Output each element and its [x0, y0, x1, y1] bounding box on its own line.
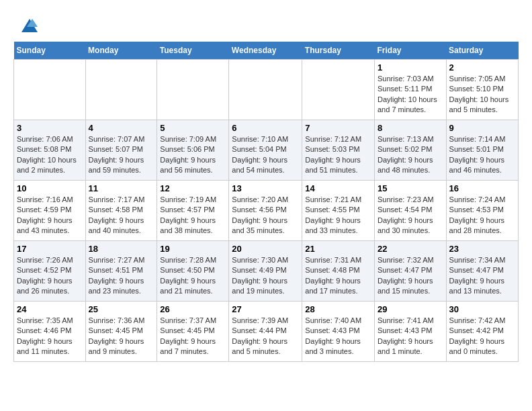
day-number: 11 [89, 183, 154, 193]
day-info-line: Sunrise: 7:35 AM [17, 316, 73, 324]
day-number: 21 [305, 244, 371, 254]
day-info-line: Sunset: 4:50 PM [160, 266, 214, 274]
day-number: 1 [378, 62, 443, 73]
day-info-line: Sunrise: 7:28 AM [160, 256, 216, 264]
day-info: Sunrise: 7:30 AMSunset: 4:49 PMDaylight:… [232, 255, 299, 297]
day-info-line: Sunset: 5:10 PM [449, 85, 504, 93]
day-number: 20 [232, 244, 299, 254]
day-info-line: Sunset: 4:56 PM [232, 205, 286, 214]
calendar-cell: 16Sunrise: 7:24 AMSunset: 4:53 PMDayligh… [446, 181, 518, 241]
day-number: 7 [305, 123, 371, 133]
day-info-line: Daylight: 9 hours and 11 minutes. [17, 337, 73, 355]
day-info: Sunrise: 7:07 AMSunset: 5:07 PMDaylight:… [89, 134, 154, 176]
day-number: 18 [89, 244, 154, 254]
day-info-line: Sunrise: 7:16 AM [17, 195, 73, 203]
day-info-line: Daylight: 9 hours and 30 minutes. [378, 216, 433, 234]
day-info: Sunrise: 7:10 AMSunset: 5:04 PMDaylight:… [232, 134, 299, 176]
day-info-line: Daylight: 9 hours and 15 minutes. [378, 277, 433, 295]
day-info-line: Daylight: 9 hours and 56 minutes. [160, 156, 216, 174]
day-info-line: Sunrise: 7:27 AM [89, 256, 145, 264]
calendar-cell: 20Sunrise: 7:30 AMSunset: 4:49 PMDayligh… [229, 241, 302, 302]
day-info: Sunrise: 7:27 AMSunset: 4:51 PMDaylight:… [89, 255, 154, 297]
calendar-cell: 29Sunrise: 7:41 AMSunset: 4:43 PMDayligh… [374, 302, 446, 362]
day-number: 25 [89, 304, 154, 314]
calendar-cell [157, 60, 229, 120]
day-number: 19 [160, 244, 226, 254]
day-info-line: Daylight: 9 hours and 5 minutes. [232, 337, 287, 355]
day-info: Sunrise: 7:41 AMSunset: 4:43 PMDaylight:… [378, 316, 443, 357]
day-info-line: Sunrise: 7:34 AM [449, 256, 506, 264]
logo [13, 13, 38, 35]
day-info-line: Sunset: 4:49 PM [232, 266, 286, 274]
page-header [13, 13, 519, 35]
day-info-line: Sunset: 4:57 PM [160, 205, 214, 214]
calendar-cell: 10Sunrise: 7:16 AMSunset: 4:59 PMDayligh… [14, 181, 86, 241]
day-info-line: Daylight: 9 hours and 48 minutes. [378, 156, 433, 174]
calendar-cell [229, 60, 302, 120]
weekday-header-sunday: Sunday [14, 42, 86, 60]
day-number: 8 [378, 123, 443, 133]
calendar-cell: 6Sunrise: 7:10 AMSunset: 5:04 PMDaylight… [229, 120, 302, 181]
calendar-cell: 22Sunrise: 7:32 AMSunset: 4:47 PMDayligh… [374, 241, 446, 302]
day-info-line: Sunrise: 7:14 AM [449, 135, 506, 143]
day-info-line: Sunset: 4:59 PM [17, 205, 71, 214]
day-info-line: Sunset: 4:55 PM [305, 205, 359, 214]
day-number: 6 [232, 123, 299, 133]
day-info-line: Sunset: 4:43 PM [305, 326, 359, 334]
day-info-line: Daylight: 9 hours and 40 minutes. [89, 216, 144, 234]
day-info: Sunrise: 7:12 AMSunset: 5:03 PMDaylight:… [305, 134, 371, 176]
calendar-cell: 30Sunrise: 7:42 AMSunset: 4:42 PMDayligh… [446, 302, 518, 362]
day-info-line: Sunset: 4:51 PM [89, 266, 143, 274]
day-info-line: Sunrise: 7:12 AM [305, 135, 361, 143]
day-number: 28 [305, 304, 371, 314]
weekday-header-saturday: Saturday [446, 42, 518, 60]
calendar-cell: 15Sunrise: 7:23 AMSunset: 4:54 PMDayligh… [374, 181, 446, 241]
day-info-line: Sunrise: 7:19 AM [160, 195, 216, 203]
calendar-cell: 8Sunrise: 7:13 AMSunset: 5:02 PMDaylight… [374, 120, 446, 181]
day-info: Sunrise: 7:31 AMSunset: 4:48 PMDaylight:… [305, 255, 371, 297]
day-info-line: Daylight: 9 hours and 26 minutes. [17, 277, 73, 295]
calendar-cell: 14Sunrise: 7:21 AMSunset: 4:55 PMDayligh… [302, 181, 375, 241]
day-info-line: Sunset: 5:03 PM [305, 145, 359, 153]
day-info: Sunrise: 7:28 AMSunset: 4:50 PMDaylight:… [160, 255, 226, 297]
day-info: Sunrise: 7:32 AMSunset: 4:47 PMDaylight:… [378, 255, 443, 297]
day-info-line: Sunset: 5:11 PM [378, 85, 432, 93]
day-number: 14 [305, 183, 371, 193]
day-info: Sunrise: 7:09 AMSunset: 5:06 PMDaylight:… [160, 134, 226, 176]
day-info-line: Sunset: 4:47 PM [449, 266, 504, 274]
calendar-cell [85, 60, 157, 120]
weekday-header-monday: Monday [85, 42, 157, 60]
day-number: 29 [378, 304, 443, 314]
day-number: 2 [449, 62, 515, 73]
calendar-cell: 25Sunrise: 7:36 AMSunset: 4:45 PMDayligh… [85, 302, 157, 362]
day-info: Sunrise: 7:26 AMSunset: 4:52 PMDaylight:… [17, 255, 83, 297]
day-info-line: Sunset: 4:43 PM [378, 326, 432, 334]
calendar-cell: 18Sunrise: 7:27 AMSunset: 4:51 PMDayligh… [85, 241, 157, 302]
day-info-line: Daylight: 9 hours and 19 minutes. [232, 277, 287, 295]
day-info: Sunrise: 7:03 AMSunset: 5:11 PMDaylight:… [378, 74, 443, 116]
calendar-cell: 17Sunrise: 7:26 AMSunset: 4:52 PMDayligh… [14, 241, 86, 302]
day-number: 10 [17, 183, 83, 193]
day-info-line: Sunrise: 7:24 AM [449, 195, 506, 203]
day-info-line: Daylight: 9 hours and 59 minutes. [89, 156, 144, 174]
day-info: Sunrise: 7:06 AMSunset: 5:08 PMDaylight:… [17, 134, 83, 176]
day-info-line: Daylight: 10 hours and 7 minutes. [378, 95, 437, 113]
day-info-line: Sunset: 4:47 PM [378, 266, 432, 274]
day-info-line: Sunset: 4:45 PM [160, 326, 214, 334]
calendar-cell: 12Sunrise: 7:19 AMSunset: 4:57 PMDayligh… [157, 181, 229, 241]
day-info-line: Daylight: 9 hours and 0 minutes. [449, 337, 505, 355]
day-info: Sunrise: 7:16 AMSunset: 4:59 PMDaylight:… [17, 195, 83, 236]
day-info-line: Sunrise: 7:07 AM [89, 135, 145, 143]
day-info-line: Sunset: 5:04 PM [232, 145, 286, 153]
day-info-line: Sunrise: 7:42 AM [449, 316, 506, 324]
calendar-cell: 19Sunrise: 7:28 AMSunset: 4:50 PMDayligh… [157, 241, 229, 302]
day-info-line: Sunrise: 7:36 AM [89, 316, 145, 324]
weekday-header-wednesday: Wednesday [229, 42, 302, 60]
calendar-cell: 24Sunrise: 7:35 AMSunset: 4:46 PMDayligh… [14, 302, 86, 362]
calendar-cell [14, 60, 86, 120]
calendar-cell: 7Sunrise: 7:12 AMSunset: 5:03 PMDaylight… [302, 120, 375, 181]
day-info-line: Daylight: 9 hours and 7 minutes. [160, 337, 216, 355]
day-info-line: Sunrise: 7:32 AM [378, 256, 434, 264]
calendar-cell: 11Sunrise: 7:17 AMSunset: 4:58 PMDayligh… [85, 181, 157, 241]
day-info-line: Sunrise: 7:06 AM [17, 135, 73, 143]
